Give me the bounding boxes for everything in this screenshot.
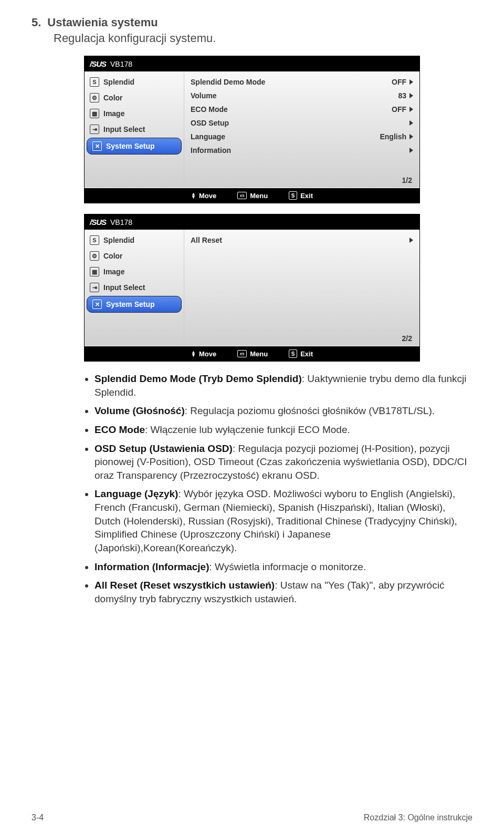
osd-row-all-reset[interactable]: All Reset [191, 233, 413, 247]
page-footer: 3-4 Rozdział 3: Ogólne instrukcje [32, 813, 472, 822]
page-indicator: 2/2 [402, 334, 412, 343]
bullet-bold: Splendid Demo Mode (Tryb Demo Splendid) [94, 373, 302, 384]
row-value: OFF [392, 105, 406, 114]
footer-label: Menu [250, 350, 268, 358]
osd-main: Splendid Demo ModeOFF Volume83 ECO ModeO… [184, 72, 419, 188]
content-list: Splendid Demo Mode (Tryb Demo Splendid):… [84, 372, 472, 606]
chevron-right-icon [410, 238, 413, 243]
footer-menu: ▭Menu [237, 349, 268, 358]
splendid-icon: S [90, 235, 99, 245]
chapter-label: Rozdział 3: Ogólne instrukcje [364, 813, 472, 822]
setup-icon: ✕ [92, 300, 102, 309]
footer-move: ▲▼Move [191, 191, 216, 200]
sidebar-item-image[interactable]: ▦Image [85, 264, 184, 280]
sidebar-item-image[interactable]: ▦Image [85, 106, 184, 121]
list-item: Language (Język): Wybór języka OSD. Możl… [94, 487, 472, 554]
menu-key-icon: ▭ [237, 350, 247, 357]
bullet-text: : Wyświetla informacje o monitorze. [209, 561, 366, 572]
bullet-text: : Regulacja poziomu głośności głośników … [185, 405, 435, 416]
osd-model: VB178 [110, 218, 132, 226]
sidebar-item-label: System Setup [106, 142, 155, 150]
sidebar-item-label: Splendid [103, 236, 134, 244]
image-icon: ▦ [90, 109, 99, 118]
bullet-bold: Information (Informacje) [94, 561, 209, 572]
bullet-bold: ECO Mode [94, 424, 145, 435]
sidebar-item-label: Color [103, 94, 123, 102]
updown-icon: ▲▼ [191, 351, 196, 357]
s-key-icon: S [289, 349, 297, 358]
row-label: Language [191, 132, 225, 141]
color-icon: ⚙ [90, 93, 99, 102]
osd-sidebar: SSplendid ⚙Color ▦Image ⇥Input Select ✕S… [85, 72, 184, 188]
list-item: Splendid Demo Mode (Tryb Demo Splendid):… [94, 372, 472, 399]
sidebar-item-input-select[interactable]: ⇥Input Select [85, 121, 184, 137]
osd-row-volume[interactable]: Volume83 [191, 89, 413, 102]
osd-footer: ▲▼Move ▭Menu SExit [85, 188, 419, 203]
sidebar-item-splendid[interactable]: SSplendid [85, 74, 184, 90]
updown-icon: ▲▼ [191, 192, 196, 199]
input-icon: ⇥ [90, 125, 99, 134]
footer-label: Move [199, 350, 216, 358]
osd-header: /SUS VB178 [85, 214, 419, 230]
bullet-bold: Language (Język) [94, 488, 178, 499]
chevron-right-icon [410, 79, 413, 85]
sidebar-item-label: Image [103, 109, 124, 118]
list-item: All Reset (Reset wszystkich ustawień): U… [94, 579, 472, 605]
chevron-right-icon [410, 148, 413, 153]
sidebar-item-color[interactable]: ⚙Color [85, 248, 184, 264]
page-number: 3-4 [32, 813, 44, 822]
input-icon: ⇥ [90, 283, 99, 292]
footer-label: Exit [300, 192, 313, 200]
chevron-right-icon [410, 134, 413, 139]
row-label: All Reset [191, 236, 222, 244]
osd-model: VB178 [110, 60, 132, 68]
color-icon: ⚙ [90, 251, 99, 261]
sidebar-item-splendid[interactable]: SSplendid [85, 232, 184, 248]
sidebar-item-color[interactable]: ⚙Color [85, 90, 184, 106]
setup-icon: ✕ [92, 141, 102, 151]
list-item: Information (Informacje): Wyświetla info… [94, 560, 472, 574]
chevron-right-icon [410, 107, 413, 112]
osd-row-eco-mode[interactable]: ECO ModeOFF [191, 102, 413, 116]
bullet-text: : Włączenie lub wyłączenie funkcji ECO M… [145, 424, 350, 435]
sidebar-item-system-setup[interactable]: ✕System Setup [87, 138, 182, 155]
row-value: English [380, 132, 406, 141]
footer-label: Move [199, 192, 216, 200]
sidebar-item-input-select[interactable]: ⇥Input Select [85, 280, 184, 295]
splendid-icon: S [90, 77, 99, 87]
list-item: Volume (Głośność): Regulacja poziomu gło… [94, 404, 472, 418]
asus-logo-icon: /SUS [90, 218, 106, 226]
osd-row-language[interactable]: LanguageEnglish [191, 130, 413, 143]
sidebar-item-label: Input Select [103, 125, 145, 133]
section-title: Ustawienia systemu [47, 16, 158, 29]
row-label: Volume [191, 91, 217, 100]
sidebar-item-label: Color [103, 252, 123, 260]
sidebar-item-label: System Setup [106, 300, 155, 308]
list-item: ECO Mode: Włączenie lub wyłączenie funkc… [94, 423, 472, 437]
footer-label: Exit [300, 350, 313, 358]
sidebar-item-label: Splendid [103, 78, 134, 86]
section-subtitle: Regulacja konfiguracji systemu. [54, 32, 472, 45]
bullet-bold: OSD Setup (Ustawienia OSD) [94, 443, 233, 454]
osd-row-information[interactable]: Information [191, 143, 413, 157]
osd-row-splendid-demo[interactable]: Splendid Demo ModeOFF [191, 75, 413, 89]
footer-menu: ▭Menu [237, 191, 268, 200]
s-key-icon: S [289, 191, 297, 200]
page-indicator: 1/2 [402, 176, 412, 184]
sidebar-item-system-setup[interactable]: ✕System Setup [87, 296, 182, 313]
sidebar-item-label: Input Select [103, 283, 145, 292]
section-number: 5. [32, 16, 41, 29]
chevron-right-icon [410, 120, 413, 126]
footer-exit: SExit [289, 349, 313, 358]
osd-row-osd-setup[interactable]: OSD Setup [191, 116, 413, 130]
asus-logo-icon: /SUS [90, 59, 106, 68]
image-icon: ▦ [90, 267, 99, 276]
osd-panel-2: /SUS VB178 SSplendid ⚙Color ▦Image ⇥Inpu… [84, 214, 420, 362]
menu-key-icon: ▭ [237, 192, 247, 199]
footer-label: Menu [250, 192, 268, 200]
footer-exit: SExit [289, 191, 313, 200]
osd-footer: ▲▼Move ▭Menu SExit [85, 346, 419, 361]
row-label: OSD Setup [191, 119, 229, 127]
osd-main: All Reset 2/2 [184, 230, 419, 346]
bullet-bold: Volume (Głośność) [94, 405, 185, 416]
